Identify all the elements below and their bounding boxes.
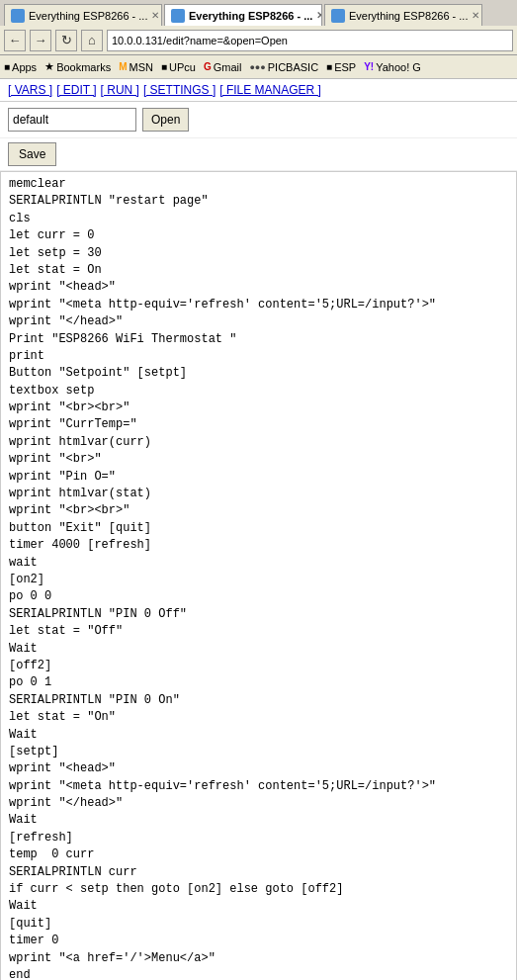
star-icon: ★ bbox=[44, 60, 54, 73]
back-button[interactable]: ← bbox=[4, 30, 26, 51]
open-row: Open bbox=[0, 102, 517, 138]
reload-button[interactable]: ↻ bbox=[55, 30, 77, 51]
settings-link[interactable]: [ SETTINGS ] bbox=[143, 83, 215, 97]
tab-label-2: Everything ESP8266 - ... bbox=[189, 10, 312, 22]
tab-close-3[interactable]: ✕ bbox=[472, 10, 479, 21]
address-bar[interactable]: 10.0.0.131/edit?name=&open=Open bbox=[107, 30, 513, 51]
save-button[interactable]: Save bbox=[8, 142, 56, 166]
gmail-icon: G bbox=[204, 61, 212, 72]
tab-close-2[interactable]: ✕ bbox=[316, 10, 322, 21]
bookmark-picbasic[interactable]: ●●● PICBASIC bbox=[249, 61, 318, 73]
address-text: 10.0.0.131/edit?name=&open=Open bbox=[112, 35, 288, 46]
yahoo-icon: Y! bbox=[364, 61, 374, 72]
bookmark-esp[interactable]: ■ ESP bbox=[326, 61, 356, 73]
save-row: Save bbox=[0, 138, 517, 171]
tab-label-3: Everything ESP8266 - ... bbox=[349, 10, 468, 22]
tab-icon-3 bbox=[331, 9, 345, 23]
esp-icon: ■ bbox=[326, 61, 332, 72]
run-link[interactable]: [ RUN ] bbox=[101, 83, 139, 97]
browser-tabs: Everything ESP8266 - ... ✕ Everything ES… bbox=[0, 0, 517, 26]
vars-link[interactable]: [ VARS ] bbox=[8, 83, 52, 97]
bookmark-yahoo[interactable]: Y! Yahoo! G bbox=[364, 61, 421, 73]
file-manager-link[interactable]: [ FILE MANAGER ] bbox=[219, 83, 321, 97]
open-button[interactable]: Open bbox=[142, 108, 189, 132]
bookmark-bookmarks[interactable]: ★ Bookmarks bbox=[44, 60, 111, 73]
filename-input[interactable] bbox=[8, 108, 136, 132]
upcu-icon: ■ bbox=[161, 61, 167, 72]
msn-icon: M bbox=[119, 61, 127, 72]
browser-tab-1[interactable]: Everything ESP8266 - ... ✕ bbox=[4, 4, 162, 26]
tab-icon-1 bbox=[11, 9, 25, 23]
forward-button[interactable]: → bbox=[30, 30, 51, 51]
bookmark-gmail[interactable]: G Gmail bbox=[204, 61, 242, 73]
edit-link[interactable]: [ EDIT ] bbox=[56, 83, 96, 97]
apps-icon: ■ bbox=[4, 61, 10, 72]
browser-tab-2[interactable]: Everything ESP8266 - ... ✕ bbox=[164, 4, 322, 26]
bookmarks-bar: ■ Apps ★ Bookmarks M MSN ■ UPcu G Gmail … bbox=[0, 55, 517, 79]
tab-icon-2 bbox=[171, 9, 185, 23]
bookmark-upcu[interactable]: ■ UPcu bbox=[161, 61, 196, 73]
bookmark-msn[interactable]: M MSN bbox=[119, 61, 153, 73]
code-editor[interactable]: memclear SERIALPRINTLN "restart page" cl… bbox=[0, 171, 517, 980]
nav-bar: ← → ↻ ⌂ 10.0.0.131/edit?name=&open=Open bbox=[0, 26, 517, 55]
bookmark-apps[interactable]: ■ Apps bbox=[4, 61, 37, 73]
browser-tab-3[interactable]: Everything ESP8266 - ... ✕ bbox=[324, 4, 482, 26]
home-button[interactable]: ⌂ bbox=[81, 30, 103, 51]
picbasic-icon: ●●● bbox=[249, 62, 265, 72]
tab-close-1[interactable]: ✕ bbox=[151, 10, 159, 21]
tab-label-1: Everything ESP8266 - ... bbox=[29, 10, 147, 22]
page-toolbar: [ VARS ] [ EDIT ] [ RUN ] [ SETTINGS ] [… bbox=[0, 79, 517, 102]
